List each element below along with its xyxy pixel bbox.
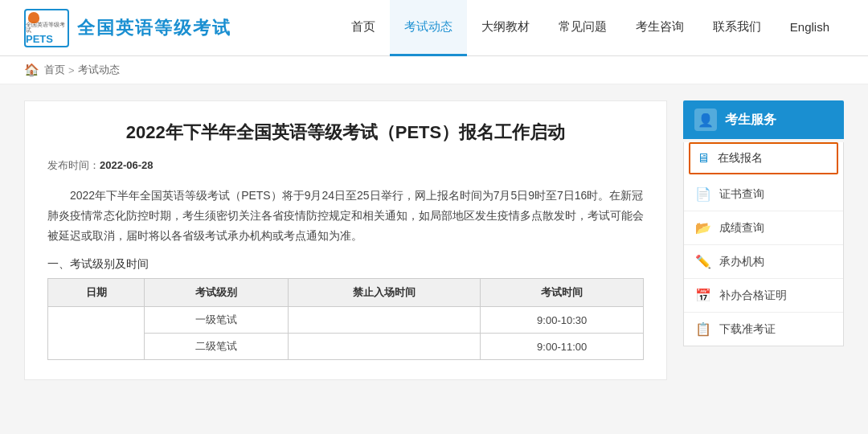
article-title: 2022年下半年全国英语等级考试（PETS）报名工作启动 <box>47 121 644 145</box>
ticket-icon: 📋 <box>695 321 711 337</box>
score-icon: 📂 <box>695 220 711 235</box>
col-exam-time: 考试时间 <box>481 279 644 307</box>
time-cell-1: 9:00-10:30 <box>481 307 644 334</box>
exam-table: 日期 考试级别 禁止入场时间 考试时间 一级笔试 9:00-10:30 二级笔试… <box>47 278 644 360</box>
user-group-icon: 👤 <box>698 113 714 128</box>
cert-icon: 📄 <box>695 186 711 202</box>
breadcrumb-separator: > <box>68 64 75 76</box>
online-register-label: 在线报名 <box>718 151 763 166</box>
date-label: 发布时间： <box>47 159 100 171</box>
main-area: 2022年下半年全国英语等级考试（PETS）报名工作启动 发布时间：2022-0… <box>0 84 868 396</box>
nav-contact[interactable]: 联系我们 <box>698 0 776 56</box>
award-icon: 📅 <box>695 288 711 303</box>
logo-area: 全国英语等级考试 PETS 全国英语等级考试 <box>24 9 231 47</box>
sidebar-item-cert-query[interactable]: 📄 证书查询 <box>684 178 843 211</box>
section-heading: 一、考试级别及时间 <box>47 257 644 272</box>
nav-faq[interactable]: 常见问题 <box>544 0 621 56</box>
sidebar-item-score-query[interactable]: 📂 成绩查询 <box>684 211 843 245</box>
org-label: 承办机构 <box>719 255 764 269</box>
monitor-icon: 🖥 <box>697 151 710 166</box>
home-icon: 🏠 <box>24 63 39 77</box>
forbid-cell-1 <box>288 307 480 334</box>
main-nav: 首页 考试动态 大纲教材 常见问题 考生咨询 联系我们 English <box>337 0 844 56</box>
breadcrumb: 🏠 首页 > 考试动态 <box>0 56 868 84</box>
logo-box: 全国英语等级考试 PETS <box>24 9 69 47</box>
sidebar-item-org[interactable]: ✏️ 承办机构 <box>684 245 843 279</box>
sidebar-item-ticket-download[interactable]: 📋 下载准考证 <box>684 313 843 346</box>
sidebar-header-icon: 👤 <box>694 108 717 131</box>
nav-syllabus[interactable]: 大纲教材 <box>467 0 544 56</box>
article-date: 发布时间：2022-06-28 <box>47 158 644 173</box>
cert-query-label: 证书查询 <box>719 187 764 202</box>
table-row: 一级笔试 9:00-10:30 <box>48 307 644 334</box>
site-header: 全国英语等级考试 PETS 全国英语等级考试 首页 考试动态 大纲教材 常见问题… <box>0 0 868 56</box>
org-icon: ✏️ <box>695 254 711 269</box>
breadcrumb-current: 考试动态 <box>78 63 120 77</box>
nav-exam-news[interactable]: 考试动态 <box>390 0 467 56</box>
cert-reissue-label: 补办合格证明 <box>719 289 787 303</box>
col-level: 考试级别 <box>145 279 289 307</box>
article-section: 2022年下半年全国英语等级考试（PETS）报名工作启动 发布时间：2022-0… <box>24 100 667 380</box>
sidebar: 👤 考生服务 🖥 在线报名 📄 证书查询 📂 成绩查询 ✏️ 承办机构 <box>683 100 844 380</box>
sidebar-header: 👤 考生服务 <box>683 100 844 139</box>
paw-icon <box>28 12 39 23</box>
nav-consult[interactable]: 考生咨询 <box>621 0 698 56</box>
score-query-label: 成绩查询 <box>719 221 764 235</box>
nav-english[interactable]: English <box>776 0 844 56</box>
breadcrumb-home-link[interactable]: 首页 <box>44 63 65 77</box>
date-cell <box>48 307 145 360</box>
sidebar-item-online-register[interactable]: 🖥 在线报名 <box>689 142 838 174</box>
sidebar-header-label: 考生服务 <box>725 112 776 129</box>
level-cell-1: 一级笔试 <box>145 307 289 334</box>
sidebar-menu: 🖥 在线报名 📄 证书查询 📂 成绩查询 ✏️ 承办机构 📅 补办合格证明 📋 <box>683 142 844 346</box>
col-forbid: 禁止入场时间 <box>288 279 480 307</box>
site-title: 全国英语等级考试 <box>77 16 231 40</box>
col-date: 日期 <box>48 279 145 307</box>
ticket-download-label: 下载准考证 <box>719 322 776 337</box>
date-value: 2022-06-28 <box>100 159 154 171</box>
time-cell-2: 9:00-11:00 <box>481 334 644 360</box>
forbid-cell-2 <box>288 334 480 360</box>
article-body: 2022年下半年全国英语等级考试（PETS）将于9月24日至25日举行，网上报名… <box>47 186 644 247</box>
level-cell-2: 二级笔试 <box>145 334 289 360</box>
nav-home[interactable]: 首页 <box>337 0 390 56</box>
sidebar-item-cert-reissue[interactable]: 📅 补办合格证明 <box>684 279 843 313</box>
